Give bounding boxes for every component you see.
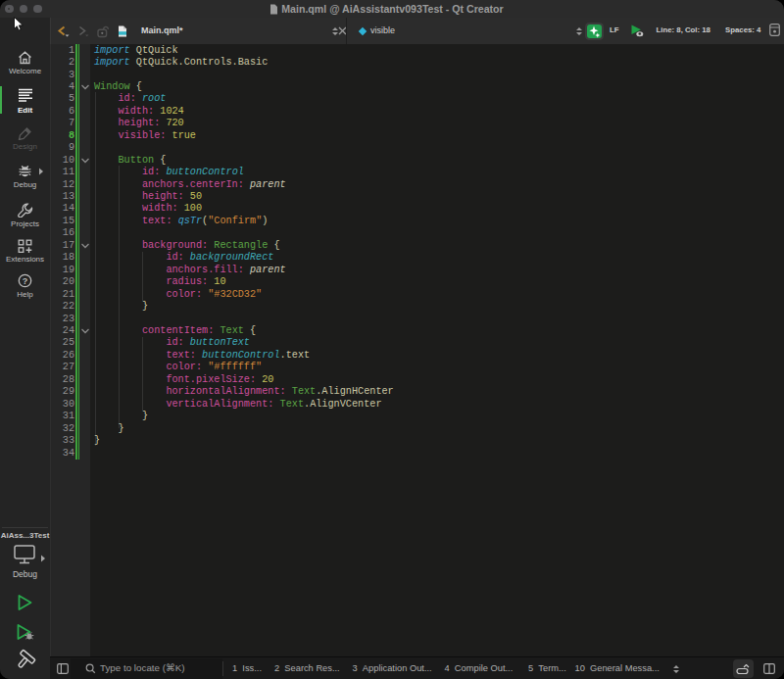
svg-text:?: ? <box>23 276 28 286</box>
